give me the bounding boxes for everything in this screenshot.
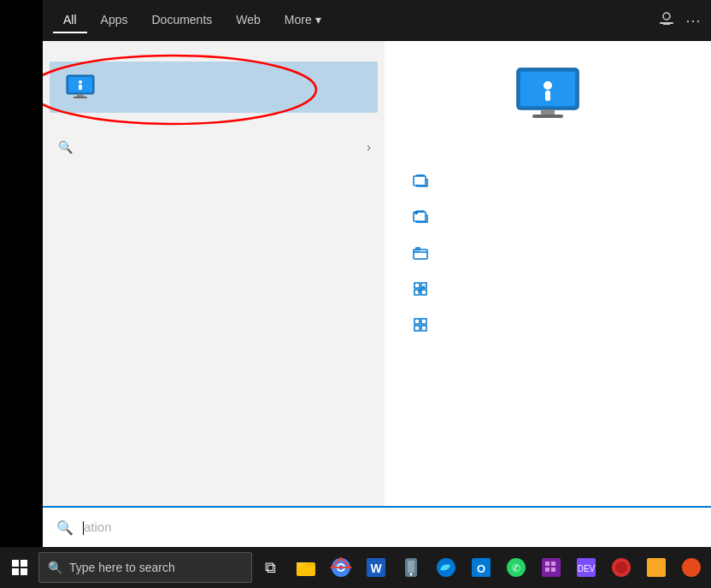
svg-rect-24 <box>421 290 426 295</box>
taskbar-search-icon: 🔍 <box>48 561 62 574</box>
taskbar-app-chrome[interactable] <box>324 549 357 586</box>
svg-rect-26 <box>421 319 426 324</box>
taskbar-app-red[interactable] <box>604 549 638 586</box>
svg-text:W: W <box>370 562 382 575</box>
taskbar-app-phone[interactable] <box>394 549 427 586</box>
svg-rect-49 <box>545 562 549 566</box>
svg-rect-25 <box>414 319 420 324</box>
search-bar-icon: 🔍 <box>56 520 73 536</box>
svg-text:O: O <box>477 562 485 575</box>
tab-apps[interactable]: Apps <box>91 8 138 33</box>
search-icon: 🔍 <box>56 138 73 156</box>
action-list <box>405 164 690 342</box>
user-icon[interactable] <box>658 10 675 32</box>
svg-rect-57 <box>647 558 666 577</box>
svg-point-58 <box>682 558 701 577</box>
search-bar-text: ation <box>82 520 112 535</box>
svg-rect-0 <box>660 22 673 24</box>
svg-rect-14 <box>541 109 555 115</box>
taskbar-search[interactable]: 🔍 Type here to search <box>38 552 252 583</box>
search-web-label <box>43 123 385 132</box>
taskbar-app-edge[interactable] <box>429 549 462 586</box>
taskbar-app-folder[interactable] <box>289 549 322 586</box>
svg-point-42 <box>409 573 412 576</box>
right-panel <box>385 41 711 506</box>
taskbar-app-word[interactable]: W <box>359 549 392 586</box>
svg-rect-7 <box>77 94 84 97</box>
web-search-item[interactable]: 🔍 › <box>43 132 385 162</box>
svg-text:DEV: DEV <box>577 564 595 573</box>
svg-rect-30 <box>21 560 27 567</box>
action-pin-start[interactable] <box>405 272 690 306</box>
location-icon <box>412 244 429 262</box>
best-match-item[interactable] <box>50 62 378 113</box>
svg-rect-41 <box>408 561 414 573</box>
admin-icon <box>412 209 429 226</box>
taskbar-app-dev[interactable]: DEV <box>569 549 602 586</box>
tab-documents[interactable]: Documents <box>141 8 222 33</box>
action-run-admin[interactable] <box>405 200 690 234</box>
svg-rect-31 <box>12 568 19 575</box>
best-match-label <box>43 51 385 60</box>
taskbar-app-whatsapp[interactable]: ✆ <box>499 549 532 586</box>
svg-rect-51 <box>545 567 549 572</box>
tab-web[interactable]: Web <box>226 8 271 33</box>
svg-rect-29 <box>12 560 19 567</box>
more-options-icon[interactable]: ⋯ <box>685 11 701 30</box>
svg-point-12 <box>544 81 552 90</box>
svg-rect-20 <box>414 250 420 252</box>
taskbar-app-outlook[interactable]: O <box>464 549 497 586</box>
svg-point-2 <box>663 13 670 20</box>
action-open[interactable] <box>405 164 690 198</box>
svg-point-18 <box>414 211 418 215</box>
search-placeholder-suffix: ation <box>84 520 112 534</box>
svg-rect-27 <box>414 326 420 331</box>
taskbar: 🔍 Type here to search ⧉ W <box>0 547 711 588</box>
svg-rect-21 <box>414 283 420 288</box>
system-info-icon-small <box>63 70 97 104</box>
svg-rect-15 <box>532 115 563 118</box>
search-bar-bottom[interactable]: 🔍 ation <box>43 506 711 547</box>
svg-rect-16 <box>414 176 426 185</box>
tab-more[interactable]: More ▾ <box>274 8 332 33</box>
svg-rect-6 <box>79 85 82 90</box>
svg-rect-32 <box>21 568 27 575</box>
start-menu: All Apps Documents Web More ▾ ⋯ <box>43 0 711 547</box>
svg-text:✆: ✆ <box>512 562 520 574</box>
pin-start-icon <box>412 280 429 297</box>
arrow-icon: › <box>367 140 371 154</box>
svg-rect-50 <box>551 562 555 566</box>
svg-rect-1 <box>663 24 670 25</box>
open-icon <box>412 173 429 190</box>
pin-taskbar-icon <box>412 316 429 333</box>
action-open-location[interactable] <box>405 236 690 270</box>
tab-all[interactable]: All <box>53 8 87 33</box>
nav-icons: ⋯ <box>658 10 701 32</box>
settings-section <box>43 162 385 181</box>
svg-point-5 <box>79 80 82 84</box>
taskbar-task-view[interactable]: ⧉ <box>254 549 287 586</box>
content-area: 🔍 › <box>43 41 711 506</box>
svg-rect-52 <box>551 567 555 572</box>
taskbar-app-orange[interactable] <box>674 549 708 586</box>
action-pin-taskbar[interactable] <box>405 308 690 342</box>
taskbar-app-puzzle[interactable] <box>534 549 567 586</box>
svg-rect-8 <box>73 97 87 98</box>
svg-rect-34 <box>297 562 305 566</box>
taskbar-app-yellow[interactable] <box>639 549 673 586</box>
top-nav: All Apps Documents Web More ▾ ⋯ <box>43 0 711 41</box>
nav-tabs: All Apps Documents Web More ▾ <box>53 8 658 33</box>
start-button[interactable] <box>3 549 37 586</box>
svg-rect-28 <box>421 326 426 331</box>
svg-point-56 <box>615 562 627 573</box>
settings-label <box>43 168 385 176</box>
left-panel: 🔍 › <box>43 41 385 506</box>
system-info-icon-large <box>514 62 582 130</box>
svg-rect-13 <box>545 91 550 101</box>
taskbar-search-text: Type here to search <box>69 561 175 574</box>
